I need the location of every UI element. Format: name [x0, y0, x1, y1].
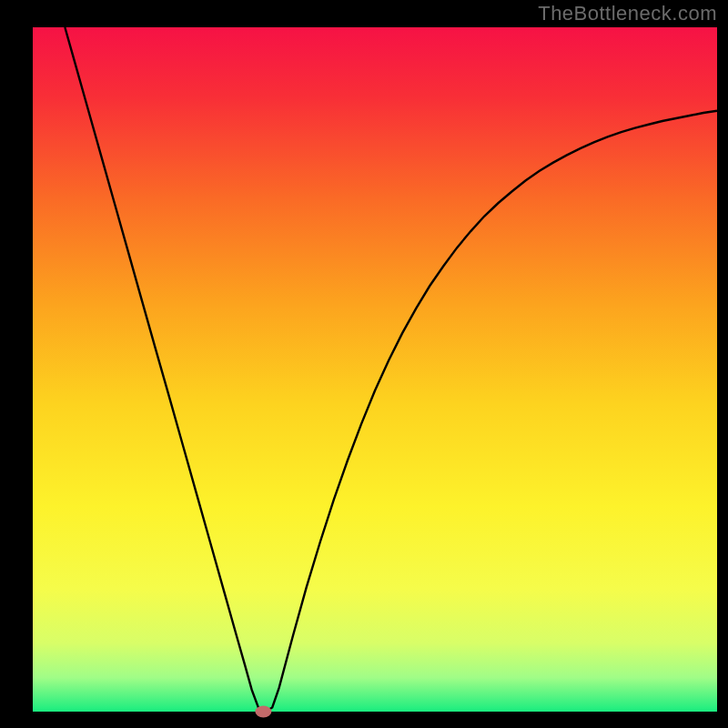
bottleneck-chart [0, 0, 728, 728]
chart-frame: TheBottleneck.com [0, 0, 728, 728]
optimum-marker [255, 706, 271, 718]
plot-background [33, 27, 717, 712]
